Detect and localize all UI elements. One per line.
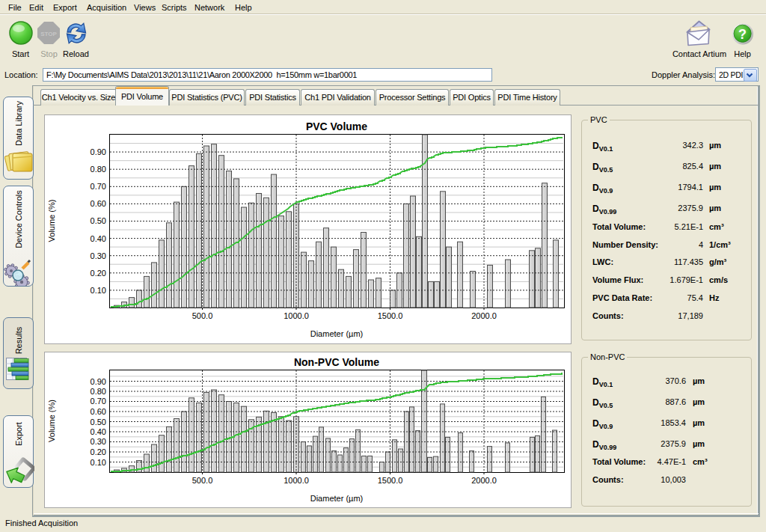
svg-text:Diameter (µm): Diameter (µm) bbox=[310, 494, 364, 503]
svg-text:0.80: 0.80 bbox=[91, 165, 106, 174]
svg-text:0.60: 0.60 bbox=[91, 407, 106, 416]
svg-text:0.50: 0.50 bbox=[91, 216, 106, 225]
svg-text:0.60: 0.60 bbox=[91, 199, 106, 208]
svg-text:Diameter (µm): Diameter (µm) bbox=[310, 329, 364, 338]
svg-text:0.90: 0.90 bbox=[91, 147, 106, 156]
svg-text:0.10: 0.10 bbox=[91, 286, 106, 295]
svg-text:2000.0: 2000.0 bbox=[471, 476, 497, 485]
svg-text:PVC Volume: PVC Volume bbox=[306, 120, 367, 132]
svg-text:1000.0: 1000.0 bbox=[284, 476, 309, 485]
svg-text:Non-PVC Volume: Non-PVC Volume bbox=[294, 356, 379, 368]
svg-text:Volume (%): Volume (%) bbox=[47, 400, 56, 442]
svg-text:0.80: 0.80 bbox=[91, 387, 106, 396]
svg-text:1500.0: 1500.0 bbox=[378, 476, 403, 485]
svg-text:0.20: 0.20 bbox=[91, 447, 106, 456]
svg-text:0.40: 0.40 bbox=[91, 234, 106, 243]
svg-text:0.10: 0.10 bbox=[91, 458, 106, 467]
svg-text:0.30: 0.30 bbox=[91, 251, 106, 260]
svg-text:1500.0: 1500.0 bbox=[378, 311, 403, 320]
svg-text:Volume (%): Volume (%) bbox=[47, 200, 56, 242]
svg-text:0.90: 0.90 bbox=[91, 377, 106, 386]
svg-text:0.20: 0.20 bbox=[91, 269, 106, 278]
svg-text:1000.0: 1000.0 bbox=[284, 311, 309, 320]
svg-text:0.30: 0.30 bbox=[91, 437, 106, 446]
svg-text:0.50: 0.50 bbox=[91, 418, 106, 426]
svg-text:0.70: 0.70 bbox=[91, 182, 106, 191]
svg-text:500.0: 500.0 bbox=[192, 311, 213, 320]
svg-text:?: ? bbox=[738, 27, 747, 42]
svg-text:0.40: 0.40 bbox=[91, 427, 106, 436]
svg-text:STOP: STOP bbox=[40, 31, 57, 37]
svg-text:500.0: 500.0 bbox=[192, 476, 213, 485]
svg-text:2000.0: 2000.0 bbox=[471, 311, 497, 320]
svg-text:0.70: 0.70 bbox=[91, 397, 106, 406]
